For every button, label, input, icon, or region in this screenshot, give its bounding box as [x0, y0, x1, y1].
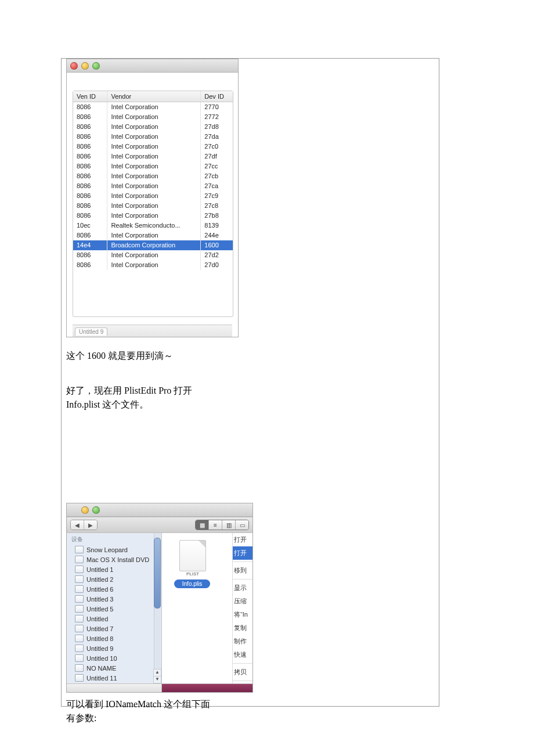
scrollbar-thumb[interactable]: [154, 538, 161, 609]
col-devid[interactable]: Dev ID: [201, 91, 233, 102]
ctx-make-alias[interactable]: 制作: [233, 635, 252, 648]
file-pane[interactable]: PLIST Info.plis: [162, 533, 232, 683]
ctx-arrange[interactable]: 整理: [233, 683, 252, 683]
sidebar-item-label: Untitled 2: [86, 576, 113, 583]
sidebar-item[interactable]: Untitled 1: [67, 564, 161, 574]
sidebar-item-label: Untitled 8: [86, 635, 113, 642]
paragraph-1: 这个 1600 就是要用到滴～: [66, 349, 173, 363]
table-row[interactable]: 8086Intel Corporation27ca: [73, 181, 233, 191]
sidebar-item[interactable]: Untitled 9: [67, 643, 161, 653]
nav-buttons: ◀ ▶: [70, 520, 98, 530]
forward-button[interactable]: ▶: [84, 520, 97, 530]
cell-dev: 27d8: [201, 122, 233, 132]
sidebar-item-label: NO NAME: [86, 665, 116, 672]
ctx-duplicate[interactable]: 复制: [233, 621, 252, 635]
cell-ven: 8086: [73, 201, 107, 211]
sidebar-item[interactable]: Untitled 6: [67, 584, 161, 594]
table-row[interactable]: 8086Intel Corporation27b8: [73, 211, 233, 221]
table-row[interactable]: 8086Intel Corporation27d2: [73, 250, 233, 260]
titlebar-2: [67, 503, 252, 517]
zoom-icon[interactable]: [92, 62, 100, 70]
cell-ven: 8086: [73, 152, 107, 161]
sidebar-item[interactable]: Untitled 12: [67, 683, 161, 683]
toolbar: ◀ ▶ ▦ ≡ ▥ ▭: [67, 517, 252, 533]
cell-dev: 27da: [201, 132, 233, 142]
table-row[interactable]: 10ecRealtek Semiconducto...8139: [73, 221, 233, 231]
view-list-icon[interactable]: ≡: [208, 520, 222, 530]
cell-dev: 27b8: [201, 211, 233, 221]
sidebar-item[interactable]: Untitled: [67, 614, 161, 624]
sidebar-item[interactable]: Untitled 8: [67, 633, 161, 643]
ctx-show-info[interactable]: 显示: [233, 581, 252, 595]
view-columns-icon[interactable]: ▥: [222, 520, 235, 530]
sidebar-item[interactable]: Untitled 5: [67, 604, 161, 614]
ctx-move-to-trash[interactable]: 移到: [233, 564, 252, 577]
ctx-open-with[interactable]: 打开: [233, 546, 252, 560]
minimize-icon[interactable]: [81, 62, 89, 70]
finder-window: ◀ ▶ ▦ ≡ ▥ ▭ 设备 Snow LeopardMac OS X Inst…: [66, 503, 253, 693]
ctx-compress[interactable]: 压缩: [233, 595, 252, 608]
cell-dev: 27c8: [201, 201, 233, 211]
sidebar-item[interactable]: Untitled 3: [67, 594, 161, 604]
cell-ven: 10ec: [73, 221, 107, 231]
table-row[interactable]: 8086Intel Corporation27cc: [73, 161, 233, 171]
sidebar-item[interactable]: Untitled 10: [67, 653, 161, 663]
cell-ven: 8086: [73, 102, 107, 113]
drive-icon: [75, 625, 84, 632]
cell-ven: 8086: [73, 260, 107, 270]
device-table: Ven ID Vendor Dev ID 8086Intel Corporati…: [73, 91, 233, 317]
view-coverflow-icon[interactable]: ▭: [235, 520, 248, 530]
table-row[interactable]: 8086Intel Corporation27d8: [73, 122, 233, 132]
plist-filename-selected[interactable]: Info.plis: [174, 579, 210, 588]
sidebar-item[interactable]: NO NAME: [67, 663, 161, 673]
table-row[interactable]: 8086Intel Corporation27c9: [73, 191, 233, 201]
table-row[interactable]: 8086Intel Corporation27cb: [73, 171, 233, 181]
scroll-down-icon[interactable]: ▼: [153, 676, 161, 683]
sidebar-item[interactable]: Snow Leopard: [67, 545, 161, 555]
plist-file-icon[interactable]: [179, 540, 206, 571]
cell-ven: 8086: [73, 112, 107, 122]
ctx-copy[interactable]: 拷贝: [233, 665, 252, 679]
ctx-rename[interactable]: 将“In: [233, 608, 252, 621]
drive-icon: [75, 566, 84, 573]
context-menu: 打开 打开 移到 显示 压缩 将“In 复制 制作 快速 拷贝: [232, 533, 252, 683]
col-vendor[interactable]: Vendor: [107, 91, 201, 102]
minimize-icon-2[interactable]: [81, 506, 89, 514]
sidebar-item[interactable]: Untitled 7: [67, 624, 161, 633]
table-row[interactable]: 8086Intel Corporation244e: [73, 231, 233, 240]
cell-dev: 244e: [201, 231, 233, 240]
cell-dev: 27ca: [201, 181, 233, 191]
table-row[interactable]: 8086Intel Corporation2770: [73, 102, 233, 113]
sidebar-scrollbar[interactable]: ▲ ▼: [154, 533, 161, 683]
drive-icon: [75, 595, 84, 603]
table-row[interactable]: 14e4Broadcom Corporation1600: [73, 240, 233, 250]
table-row[interactable]: 8086Intel Corporation27df: [73, 152, 233, 161]
table-row[interactable]: 8086Intel Corporation27d0: [73, 260, 233, 270]
table-row[interactable]: 8086Intel Corporation2772: [73, 112, 233, 122]
table-row[interactable]: 8086Intel Corporation27c8: [73, 201, 233, 211]
tab-untitled9[interactable]: Untitled 9: [75, 327, 107, 336]
col-venid[interactable]: Ven ID: [73, 91, 107, 102]
view-icon-grid-icon[interactable]: ▦: [196, 520, 208, 530]
cell-dev: 27d2: [201, 250, 233, 260]
cell-ven: 8086: [73, 171, 107, 181]
cell-ven: 8086: [73, 231, 107, 240]
cell-vendor: Intel Corporation: [107, 171, 201, 181]
cell-ven: 14e4: [73, 240, 107, 250]
cell-ven: 8086: [73, 211, 107, 221]
table-row[interactable]: 8086Intel Corporation27c0: [73, 142, 233, 152]
back-button[interactable]: ◀: [71, 520, 84, 530]
sidebar-item[interactable]: Mac OS X Install DVD: [67, 555, 161, 564]
drive-icon: [75, 635, 84, 642]
ctx-open[interactable]: 打开: [233, 533, 252, 546]
sidebar-item[interactable]: Untitled 11: [67, 673, 161, 683]
cell-vendor: Intel Corporation: [107, 152, 201, 161]
table-row[interactable]: 8086Intel Corporation27da: [73, 132, 233, 142]
drive-icon: [75, 664, 84, 672]
cell-dev: 27d0: [201, 260, 233, 270]
sidebar-item[interactable]: Untitled 2: [67, 574, 161, 584]
close-icon[interactable]: [70, 62, 78, 70]
zoom-icon-2[interactable]: [92, 506, 100, 514]
cell-vendor: Intel Corporation: [107, 181, 201, 191]
ctx-quick-look[interactable]: 快速: [233, 648, 252, 661]
